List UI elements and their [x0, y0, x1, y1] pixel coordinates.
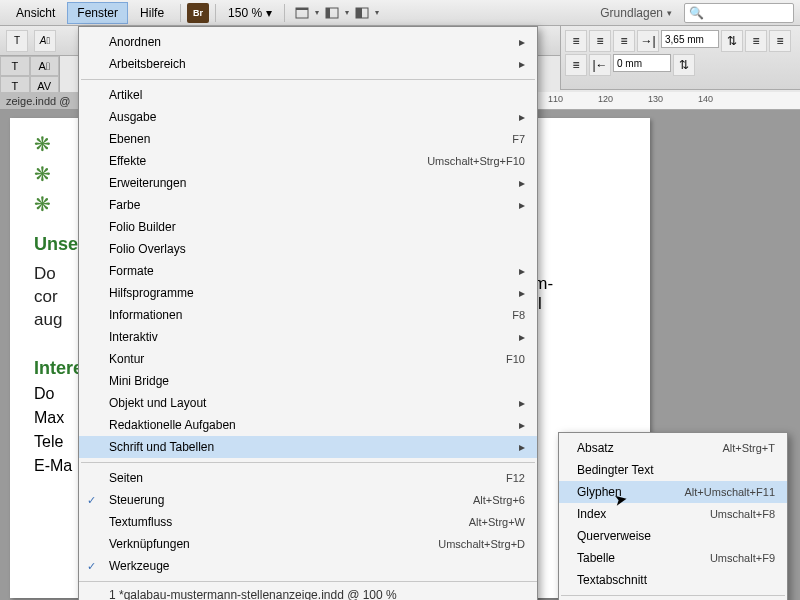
- char-panel-icon[interactable]: Aͮ: [30, 56, 60, 76]
- menu-item-label: Anordnen: [109, 35, 519, 49]
- workspace-switcher[interactable]: Grundlagen▾: [590, 2, 682, 24]
- submenu-item-label: Absatz: [577, 441, 722, 455]
- align-right-icon[interactable]: ≡: [613, 30, 635, 52]
- menu-hilfe[interactable]: Hilfe: [130, 2, 174, 24]
- menu-item-seiten[interactable]: SeitenF12: [79, 467, 537, 489]
- menu-fenster[interactable]: Fenster: [67, 2, 128, 24]
- dropdown-arrow-icon: ▾: [345, 8, 349, 17]
- menu-item-kontur[interactable]: KonturF10: [79, 348, 537, 370]
- submenu-arrow-icon: ▸: [519, 418, 525, 432]
- menu-item-label: Effekte: [109, 154, 427, 168]
- menu-item-folio-overlays[interactable]: Folio Overlays: [79, 238, 537, 260]
- menu-item-objekt-und-layout[interactable]: Objekt und Layout▸: [79, 392, 537, 414]
- justify-right-icon[interactable]: ≡: [565, 54, 587, 76]
- submenu-item-absatz[interactable]: AbsatzAlt+Strg+T: [559, 437, 787, 459]
- schrift-und-tabellen-submenu: AbsatzAlt+Strg+TBedingter TextGlyphenAlt…: [558, 432, 788, 600]
- menu-item-interaktiv[interactable]: Interaktiv▸: [79, 326, 537, 348]
- menu-item-hilfsprogramme[interactable]: Hilfsprogramme▸: [79, 282, 537, 304]
- view-mode-1-icon[interactable]: [291, 3, 313, 23]
- submenu-item-label: Querverweise: [577, 529, 775, 543]
- dropdown-arrow-icon: ▾: [667, 8, 672, 18]
- submenu-arrow-icon: ▸: [519, 396, 525, 410]
- menu-item-formate[interactable]: Formate▸: [79, 260, 537, 282]
- document-tab[interactable]: zeige.indd @: [0, 92, 78, 110]
- dropdown-arrow-icon: ▾: [266, 6, 272, 20]
- search-icon: 🔍: [689, 6, 704, 20]
- submenu-arrow-icon: ▸: [519, 176, 525, 190]
- shortcut-label: Umschalt+Strg+D: [438, 538, 525, 550]
- open-document-entry[interactable]: 1 *galabau-mustermann-stellenanzeige.ind…: [79, 581, 537, 600]
- shortcut-label: F10: [506, 353, 525, 365]
- menubar: Ansicht Fenster Hilfe Br 150 %▾ ▾ ▾ ▾ Gr…: [0, 0, 800, 26]
- stepper-icon[interactable]: ⇅: [721, 30, 743, 52]
- menu-separator: [81, 79, 535, 80]
- submenu-item-label: Textabschnitt: [577, 573, 775, 587]
- indent-field-2[interactable]: 0 mm: [613, 54, 671, 72]
- menu-item-informationen[interactable]: InformationenF8: [79, 304, 537, 326]
- menu-item-ausgabe[interactable]: Ausgabe▸: [79, 106, 537, 128]
- para-format-icon[interactable]: Aͮ: [34, 30, 56, 52]
- separator: [284, 4, 285, 22]
- submenu-item-querverweise[interactable]: Querverweise: [559, 525, 787, 547]
- justify-center-icon[interactable]: ≡: [769, 30, 791, 52]
- zoom-value: 150 %: [228, 6, 262, 20]
- submenu-arrow-icon: ▸: [519, 110, 525, 124]
- search-input[interactable]: 🔍: [684, 3, 794, 23]
- menu-item-arbeitsbereich[interactable]: Arbeitsbereich▸: [79, 53, 537, 75]
- menu-item-redaktionelle-aufgaben[interactable]: Redaktionelle Aufgaben▸: [79, 414, 537, 436]
- shortcut-label: Alt+Umschalt+F11: [685, 486, 775, 498]
- view-mode-2-icon[interactable]: [321, 3, 343, 23]
- justify-left-icon[interactable]: ≡: [745, 30, 767, 52]
- zoom-level[interactable]: 150 %▾: [222, 6, 278, 20]
- shortcut-label: Alt+Strg+6: [473, 494, 525, 506]
- menu-item-textumfluss[interactable]: TextumflussAlt+Strg+W: [79, 511, 537, 533]
- menu-ansicht[interactable]: Ansicht: [6, 2, 65, 24]
- menu-item-anordnen[interactable]: Anordnen▸: [79, 31, 537, 53]
- submenu-item-glyphen[interactable]: GlyphenAlt+Umschalt+F11: [559, 481, 787, 503]
- submenu-item-tabelle[interactable]: TabelleUmschalt+F9: [559, 547, 787, 569]
- menu-item-label: Redaktionelle Aufgaben: [109, 418, 519, 432]
- flower-icon: ❋: [34, 162, 58, 186]
- submenu-item-index[interactable]: IndexUmschalt+F8: [559, 503, 787, 525]
- menu-item-label: Mini Bridge: [109, 374, 525, 388]
- fenster-menu: Anordnen▸Arbeitsbereich▸ArtikelAusgabe▸E…: [78, 26, 538, 600]
- type-tool-icon[interactable]: T: [0, 56, 30, 76]
- dropdown-arrow-icon: ▾: [375, 8, 379, 17]
- stepper-icon[interactable]: ⇅: [673, 54, 695, 76]
- menu-item-steuerung[interactable]: ✓SteuerungAlt+Strg+6: [79, 489, 537, 511]
- char-format-icon[interactable]: T: [6, 30, 28, 52]
- menu-item-erweiterungen[interactable]: Erweiterungen▸: [79, 172, 537, 194]
- indent-field-1[interactable]: 3,65 mm: [661, 30, 719, 48]
- menu-item-werkzeuge[interactable]: ✓Werkzeuge: [79, 555, 537, 577]
- shortcut-label: Alt+Strg+W: [469, 516, 525, 528]
- menu-item-effekte[interactable]: EffekteUmschalt+Strg+F10: [79, 150, 537, 172]
- align-left-icon[interactable]: ≡: [565, 30, 587, 52]
- ruler-tick: 140: [698, 94, 713, 104]
- submenu-item-bedingter-text[interactable]: Bedingter Text: [559, 459, 787, 481]
- menu-item-label: Hilfsprogramme: [109, 286, 519, 300]
- menu-item-mini-bridge[interactable]: Mini Bridge: [79, 370, 537, 392]
- view-mode-3-icon[interactable]: [351, 3, 373, 23]
- svg-rect-3: [326, 8, 330, 18]
- menu-item-folio-builder[interactable]: Folio Builder: [79, 216, 537, 238]
- menu-item-label: Verknüpfungen: [109, 537, 438, 551]
- dropdown-arrow-icon: ▾: [315, 8, 319, 17]
- submenu-item-textabschnitt[interactable]: Textabschnitt: [559, 569, 787, 591]
- submenu-arrow-icon: ▸: [519, 264, 525, 278]
- menu-item-artikel[interactable]: Artikel: [79, 84, 537, 106]
- menu-item-verkn-pfungen[interactable]: VerknüpfungenUmschalt+Strg+D: [79, 533, 537, 555]
- menu-item-label: Textumfluss: [109, 515, 469, 529]
- indent-icon[interactable]: →|: [637, 30, 659, 52]
- workspace-label: Grundlagen: [600, 6, 663, 20]
- submenu-arrow-icon: ▸: [519, 198, 525, 212]
- menu-item-ebenen[interactable]: EbenenF7: [79, 128, 537, 150]
- indent-left-icon[interactable]: |←: [589, 54, 611, 76]
- menu-item-farbe[interactable]: Farbe▸: [79, 194, 537, 216]
- align-center-icon[interactable]: ≡: [589, 30, 611, 52]
- menu-item-label: Formate: [109, 264, 519, 278]
- submenu-arrow-icon: ▸: [519, 35, 525, 49]
- bridge-button[interactable]: Br: [187, 3, 209, 23]
- menu-item-label: Informationen: [109, 308, 512, 322]
- shortcut-label: Umschalt+F9: [710, 552, 775, 564]
- menu-item-schrift-und-tabellen[interactable]: Schrift und Tabellen▸: [79, 436, 537, 458]
